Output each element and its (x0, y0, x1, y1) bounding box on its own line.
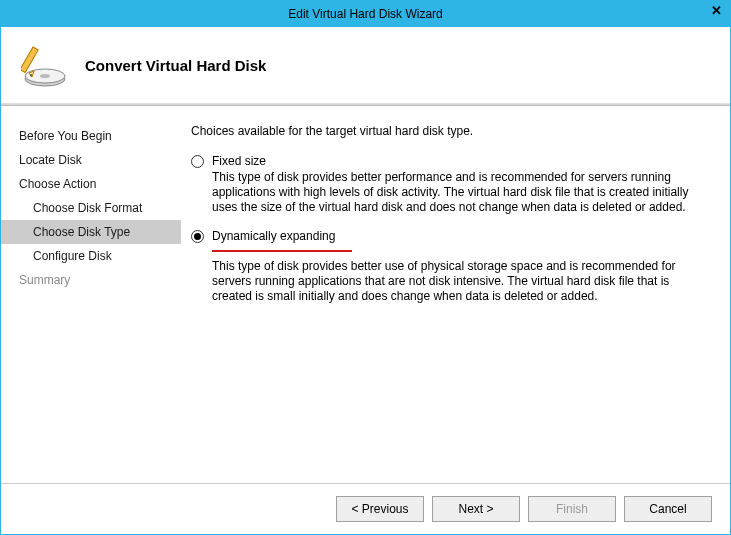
step-choose-disk-format[interactable]: Choose Disk Format (1, 196, 181, 220)
cancel-button[interactable]: Cancel (624, 496, 712, 522)
step-choose-disk-type[interactable]: Choose Disk Type (1, 220, 181, 244)
radio-icon (191, 230, 204, 243)
svg-point-2 (40, 74, 50, 78)
option-fixed-size: Fixed size This type of disk provides be… (191, 154, 706, 215)
option-description: This type of disk provides better perfor… (212, 170, 706, 215)
step-sidebar: Before You Begin Locate Disk Choose Acti… (1, 106, 181, 483)
previous-button[interactable]: < Previous (336, 496, 424, 522)
wizard-body: Before You Begin Locate Disk Choose Acti… (1, 106, 730, 483)
finish-button: Finish (528, 496, 616, 522)
option-label: Fixed size (212, 154, 266, 168)
window-title: Edit Virtual Hard Disk Wizard (288, 7, 443, 21)
option-dynamically-expanding: Dynamically expanding This type of disk … (191, 229, 706, 304)
annotation-underline (212, 249, 352, 252)
radio-icon (191, 155, 204, 168)
option-description: This type of disk provides better use of… (212, 259, 706, 304)
disk-pencil-icon (21, 41, 69, 89)
wizard-header: Convert Virtual Hard Disk (1, 27, 730, 103)
option-label: Dynamically expanding (212, 229, 335, 243)
svg-rect-3 (21, 47, 38, 73)
intro-text: Choices available for the target virtual… (191, 124, 706, 138)
step-before-you-begin[interactable]: Before You Begin (1, 124, 181, 148)
wizard-footer: < Previous Next > Finish Cancel (1, 483, 730, 534)
page-title: Convert Virtual Hard Disk (85, 57, 266, 74)
titlebar: Edit Virtual Hard Disk Wizard ✕ (1, 1, 730, 27)
radio-fixed-size[interactable]: Fixed size (191, 154, 706, 168)
radio-dynamically-expanding[interactable]: Dynamically expanding (191, 229, 706, 243)
content-pane: Choices available for the target virtual… (181, 106, 730, 483)
next-button[interactable]: Next > (432, 496, 520, 522)
step-configure-disk[interactable]: Configure Disk (1, 244, 181, 268)
step-summary: Summary (1, 268, 181, 292)
step-locate-disk[interactable]: Locate Disk (1, 148, 181, 172)
step-choose-action[interactable]: Choose Action (1, 172, 181, 196)
close-icon[interactable]: ✕ (711, 3, 722, 18)
